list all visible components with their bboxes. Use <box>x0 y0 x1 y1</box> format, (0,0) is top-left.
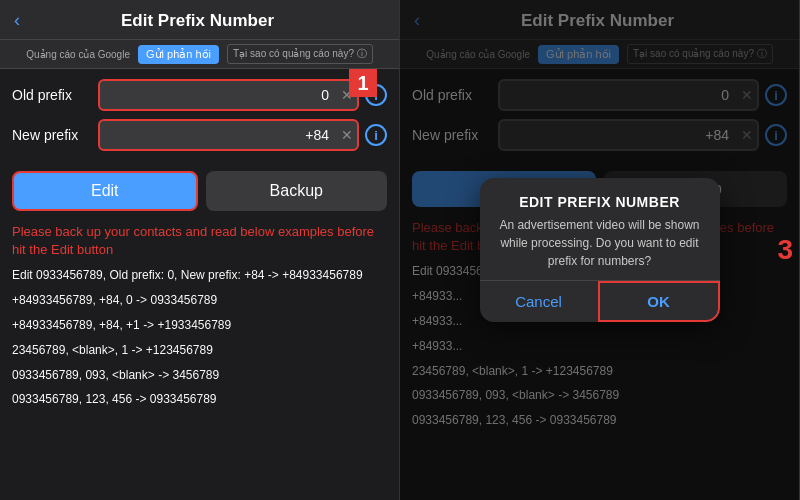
left-form: Old prefix ✕ 1 i New prefix ✕ i <box>0 69 399 169</box>
left-new-prefix-input[interactable] <box>98 119 359 151</box>
dialog-buttons: Cancel OK <box>480 280 720 322</box>
left-examples: Edit 0933456789, Old prefix: 0, New pref… <box>0 267 399 500</box>
left-buttons-row: Edit Backup <box>0 169 399 219</box>
left-warning: Please back up your contacts and read be… <box>0 219 399 267</box>
left-example-1: Edit 0933456789, Old prefix: 0, New pref… <box>12 267 387 284</box>
left-ad-label: Quảng cáo của Google <box>26 49 130 60</box>
left-old-prefix-input[interactable] <box>98 79 359 111</box>
dialog-overlay: EDIT PREFIX NUMBER An advertisement vide… <box>400 0 799 500</box>
dialog-ok-btn[interactable]: OK <box>598 281 720 322</box>
left-title: Edit Prefix Number <box>30 11 365 31</box>
left-example-4: 23456789, <blank>, 1 -> +123456789 <box>12 342 387 359</box>
left-back-arrow[interactable]: ‹ <box>14 10 20 31</box>
left-ad-feedback-btn[interactable]: Gửi phản hồi <box>138 45 219 64</box>
dialog-title: EDIT PREFIX NUMBER <box>496 194 704 210</box>
left-example-3: +84933456789, +84, +1 -> +1933456789 <box>12 317 387 334</box>
left-old-prefix-clear[interactable]: ✕ <box>341 87 353 103</box>
left-old-prefix-row: Old prefix ✕ 1 i <box>12 79 387 111</box>
left-new-prefix-label: New prefix <box>12 127 92 143</box>
left-old-prefix-wrap: ✕ 1 <box>98 79 359 111</box>
edit-prefix-dialog: EDIT PREFIX NUMBER An advertisement vide… <box>480 178 720 322</box>
step3-badge: 3 <box>777 234 793 266</box>
left-example-5: 0933456789, 093, <blank> -> 3456789 <box>12 367 387 384</box>
left-new-prefix-row: New prefix ✕ i <box>12 119 387 151</box>
left-new-prefix-info[interactable]: i <box>365 124 387 146</box>
left-new-prefix-clear[interactable]: ✕ <box>341 127 353 143</box>
left-new-prefix-wrap: ✕ <box>98 119 359 151</box>
dialog-cancel-btn[interactable]: Cancel <box>480 281 598 322</box>
dialog-body: EDIT PREFIX NUMBER An advertisement vide… <box>480 178 720 280</box>
left-header: ‹ Edit Prefix Number <box>0 0 399 40</box>
dialog-message: An advertisement video will be shown whi… <box>496 216 704 270</box>
left-example-6: 0933456789, 123, 456 -> 0933456789 <box>12 391 387 408</box>
left-old-prefix-label: Old prefix <box>12 87 92 103</box>
left-old-prefix-info[interactable]: i <box>365 84 387 106</box>
left-ad-bar: Quảng cáo của Google Gửi phản hồi Tại sa… <box>0 40 399 69</box>
left-example-2: +84933456789, +84, 0 -> 0933456789 <box>12 292 387 309</box>
left-ad-link[interactable]: Tại sao có quảng cáo này? ⓘ <box>227 44 373 64</box>
left-edit-btn[interactable]: Edit <box>12 171 198 211</box>
right-panel: ‹ Edit Prefix Number Quảng cáo của Googl… <box>400 0 800 500</box>
left-backup-btn[interactable]: Backup <box>206 171 388 211</box>
left-panel: ‹ Edit Prefix Number Quảng cáo của Googl… <box>0 0 400 500</box>
